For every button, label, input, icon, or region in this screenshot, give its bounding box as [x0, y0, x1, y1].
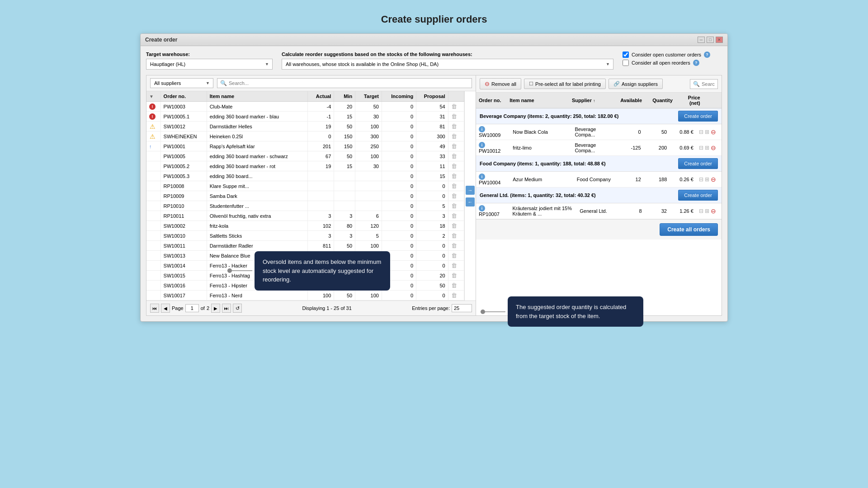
trash-icon[interactable]: 🗑 [451, 183, 457, 189]
delete-icon[interactable]: ⊖ [711, 144, 716, 151]
right-col-price[interactable]: Price (net) [675, 93, 703, 108]
prev-page-button[interactable]: ◀ [161, 304, 170, 313]
right-search-box[interactable]: 🔍 [690, 79, 718, 89]
trash-icon[interactable]: 🗑 [451, 143, 457, 150]
transfer-right-button[interactable]: → [466, 186, 475, 195]
status-cell [146, 181, 160, 191]
transfer-left-button[interactable]: ← [466, 197, 475, 206]
consider-customer-checkbox[interactable] [623, 52, 629, 58]
target-cell: 6 [355, 211, 382, 221]
first-page-button[interactable]: ⏮ [150, 304, 159, 313]
trash-icon[interactable]: 🗑 [451, 282, 457, 289]
info-icon[interactable]: i [479, 126, 485, 132]
order-no-cell: PW10005 [160, 151, 207, 161]
trash-icon[interactable]: 🗑 [451, 103, 457, 110]
right-col-item[interactable]: Item name [507, 93, 569, 108]
min-cell: 150 [334, 131, 355, 141]
row-actions: ⊟ ⊞ ⊖ [696, 172, 722, 188]
trash-icon[interactable]: 🗑 [451, 192, 457, 199]
delete-icon[interactable]: ⊖ [711, 207, 716, 215]
edit-icon[interactable]: ⊟ [699, 145, 703, 151]
delete-icon[interactable]: ⊖ [711, 176, 716, 183]
create-order-food-button[interactable]: Create order [678, 158, 718, 169]
trash-icon[interactable]: 🗑 [451, 232, 457, 239]
col-proposal[interactable]: Proposal [416, 91, 448, 102]
create-order-beverage-button[interactable]: Create order [678, 111, 718, 122]
trash-icon[interactable]: 🗑 [451, 212, 457, 219]
close-button[interactable]: ✕ [716, 37, 723, 43]
remove-all-button[interactable]: ⊖ Remove all [480, 78, 521, 89]
assign-suppliers-button[interactable]: 🔗 Assign suppliers [609, 79, 663, 89]
trash-icon[interactable]: 🗑 [451, 242, 457, 249]
trash-icon[interactable]: 🗑 [451, 222, 457, 229]
proposal-cell: 81 [416, 122, 448, 131]
right-col-order[interactable]: Order no. [476, 93, 507, 108]
order-no-cell: RP10010 [160, 201, 207, 211]
left-search-box[interactable]: 🔍 [217, 78, 472, 88]
trash-icon[interactable]: 🗑 [451, 262, 457, 269]
trash-icon[interactable]: 🗑 [451, 292, 457, 299]
page-title: Create supplier orders [381, 14, 487, 25]
filter-icon[interactable]: ▼ [149, 94, 154, 99]
trash-icon[interactable]: 🗑 [451, 163, 457, 169]
reorder-section: Calculate reorder suggestions based on t… [282, 52, 613, 70]
status-cell [146, 171, 160, 181]
trash-icon[interactable]: 🗑 [451, 272, 457, 279]
right-col-supplier[interactable]: Supplier ↑ [569, 93, 612, 108]
entries-per-page-label: Entries per page: [412, 305, 450, 311]
col-order-no[interactable]: Order no. [160, 91, 207, 102]
right-col-available[interactable]: Available [612, 93, 645, 108]
trash-icon[interactable]: 🗑 [451, 133, 457, 140]
col-target[interactable]: Target [355, 91, 382, 102]
trash-icon[interactable]: 🗑 [451, 173, 457, 179]
col-incoming[interactable]: Incoming [382, 91, 416, 102]
minimize-button[interactable]: ─ [698, 37, 705, 43]
grid-icon[interactable]: ⊞ [705, 145, 709, 151]
actual-cell: 0 [307, 131, 334, 141]
edit-icon[interactable]: ⊟ [699, 208, 703, 214]
trash-icon[interactable]: 🗑 [451, 123, 457, 130]
right-search-input[interactable] [702, 81, 715, 87]
target-warehouse-select[interactable]: Hauptlager (HL) [146, 59, 273, 70]
right-col-quantity[interactable]: Quantity [645, 93, 675, 108]
delete-icon[interactable]: ⊖ [711, 128, 716, 136]
preselect-label: Pre-select all for label printing [535, 81, 601, 87]
grid-icon[interactable]: ⊞ [705, 208, 709, 214]
col-status: ▼ [146, 91, 160, 102]
col-actual[interactable]: Actual [307, 91, 334, 102]
trash-icon[interactable]: 🗑 [451, 153, 457, 160]
next-page-button[interactable]: ▶ [211, 304, 220, 313]
preselect-button[interactable]: ☐ Pre-select all for label printing [524, 79, 606, 89]
trash-icon[interactable]: 🗑 [451, 252, 457, 259]
consider-reorders-checkbox[interactable] [623, 60, 629, 66]
info-icon[interactable]: i [479, 174, 485, 180]
grid-icon[interactable]: ⊞ [705, 129, 709, 135]
col-item-name[interactable]: Item name [207, 91, 307, 102]
trash-icon[interactable]: 🗑 [451, 202, 457, 209]
info-icon[interactable]: i [479, 142, 485, 148]
create-order-general-button[interactable]: Create order [678, 190, 718, 201]
grid-icon[interactable]: ⊞ [705, 176, 709, 183]
reorder-select[interactable]: All warehouses, whose stock is available… [282, 59, 613, 70]
col-min[interactable]: Min [334, 91, 355, 102]
actual-cell [307, 181, 334, 191]
supplier-cell: Beverage Compa... [572, 140, 615, 156]
trash-icon[interactable]: 🗑 [451, 113, 457, 120]
create-all-orders-button[interactable]: Create all orders [660, 223, 718, 236]
edit-icon[interactable]: ⊟ [699, 176, 703, 183]
reorders-help-icon[interactable]: ? [693, 60, 699, 66]
customer-help-icon[interactable]: ? [704, 52, 710, 58]
maximize-button[interactable]: □ [707, 37, 714, 43]
edit-icon[interactable]: ⊟ [699, 129, 703, 135]
supplier-select[interactable]: All suppliers [150, 78, 213, 88]
refresh-button[interactable]: ↺ [233, 304, 242, 313]
entries-select[interactable]: 25 50 100 [452, 304, 472, 312]
last-page-button[interactable]: ⏭ [222, 304, 231, 313]
target-warehouse-dropdown-wrapper: Hauptlager (HL) [146, 59, 273, 70]
info-icon[interactable]: i [479, 205, 485, 211]
status-cell: ! [146, 112, 160, 122]
page-input[interactable] [185, 304, 199, 312]
left-search-input[interactable] [229, 80, 469, 86]
proposal-cell: 0 [416, 261, 448, 271]
proposal-cell: 0 [416, 191, 448, 201]
